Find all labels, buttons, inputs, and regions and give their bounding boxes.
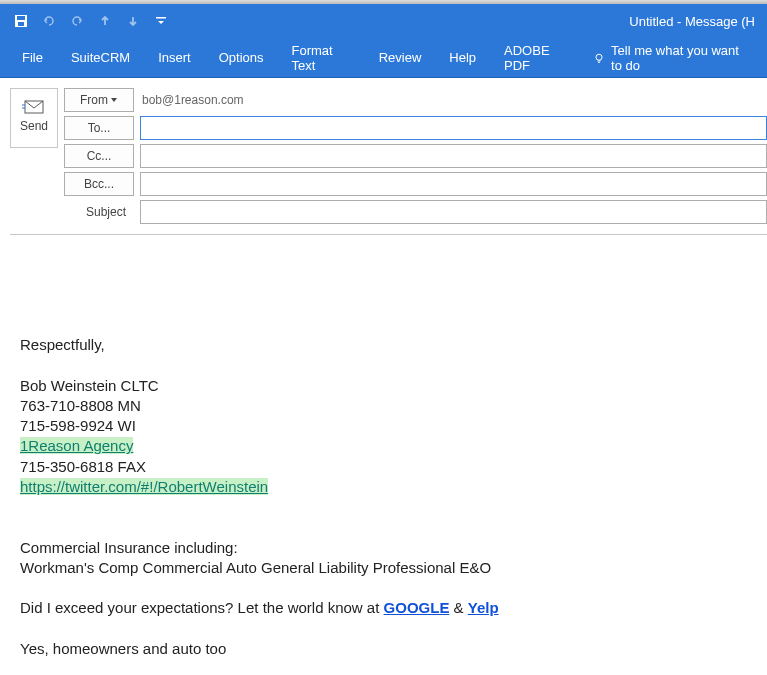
tell-me-label: Tell me what you want to do [611,43,749,73]
save-icon[interactable] [8,8,34,34]
sig-phone-wi: 715-598-9924 WI [20,416,757,436]
yelp-link[interactable]: Yelp [468,599,499,616]
subject-input[interactable] [140,200,767,224]
send-label: Send [20,119,48,133]
sig-homeowners: Yes, homeowners and auto too [20,639,757,659]
to-input[interactable] [140,116,767,140]
header-fields: From bob@1reason.com To... Cc... Bcc... … [64,88,767,224]
sig-ci-list: Workman's Comp Commercial Auto General L… [20,558,757,578]
sig-exceed-line: Did I exceed your expectations? Let the … [20,598,757,618]
chevron-down-icon [110,96,118,104]
tab-insert[interactable]: Insert [144,38,205,78]
sig-agency-link[interactable]: 1Reason Agency [20,437,133,454]
from-button[interactable]: From [64,88,134,112]
subject-label: Subject [64,200,134,224]
arrow-down-icon[interactable] [120,8,146,34]
envelope-send-icon [22,99,46,115]
qat-customize-icon[interactable] [148,8,174,34]
tab-help[interactable]: Help [435,38,490,78]
compose-header: Send From bob@1reason.com To... Cc... Bc… [0,78,767,224]
cc-button[interactable]: Cc... [64,144,134,168]
sig-name: Bob Weinstein CLTC [20,376,757,396]
bcc-input[interactable] [140,172,767,196]
ribbon-tabs: File SuiteCRM Insert Options Format Text… [0,38,767,78]
from-value: bob@1reason.com [140,93,244,107]
svg-point-4 [596,54,602,60]
to-row: To... [64,116,767,140]
sig-twitter-link[interactable]: https://twitter.com/#!/RobertWeinstein [20,478,268,495]
tab-file[interactable]: File [8,38,57,78]
tab-review[interactable]: Review [365,38,436,78]
from-row: From bob@1reason.com [64,88,767,112]
send-button[interactable]: Send [10,88,58,148]
sig-respect: Respectfully, [20,335,757,355]
tab-adobe-pdf[interactable]: ADOBE PDF [490,38,583,78]
to-button[interactable]: To... [64,116,134,140]
sig-ci-heading: Commercial Insurance including: [20,538,757,558]
bcc-row: Bcc... [64,172,767,196]
tab-options[interactable]: Options [205,38,278,78]
sig-phone-mn: 763-710-8808 MN [20,396,757,416]
arrow-up-icon[interactable] [92,8,118,34]
quick-access-toolbar [8,8,174,34]
message-body[interactable]: Respectfully, Bob Weinstein CLTC 763-710… [10,234,767,664]
google-link[interactable]: GOOGLE [384,599,450,616]
body-content: Respectfully, Bob Weinstein CLTC 763-710… [20,255,757,659]
svg-rect-1 [17,16,25,20]
cc-input[interactable] [140,144,767,168]
title-bar: Untitled - Message (H [0,4,767,38]
redo-icon[interactable] [64,8,90,34]
tab-suitecrm[interactable]: SuiteCRM [57,38,144,78]
from-label: From [80,93,108,107]
bcc-button[interactable]: Bcc... [64,172,134,196]
undo-icon[interactable] [36,8,62,34]
window-title: Untitled - Message (H [629,14,759,29]
tab-format-text[interactable]: Format Text [278,38,365,78]
tell-me-search[interactable]: Tell me what you want to do [583,43,759,73]
svg-rect-3 [156,17,166,19]
svg-rect-2 [18,22,24,26]
subject-row: Subject [64,200,767,224]
lightbulb-icon [593,51,605,65]
cc-row: Cc... [64,144,767,168]
sig-fax: 715-350-6818 FAX [20,457,757,477]
